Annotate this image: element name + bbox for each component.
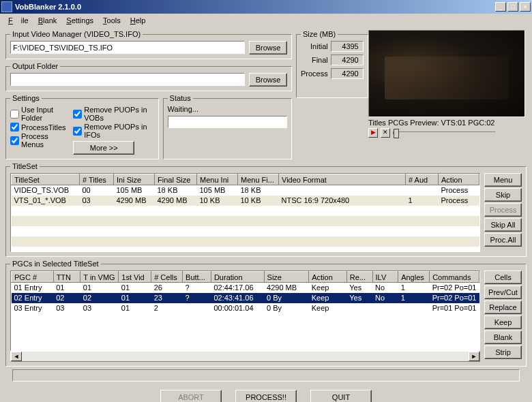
size-group: Size (MB) Initial 4395 Final 4290 Proces… <box>296 30 368 98</box>
input-browse-button[interactable]: Browse <box>249 41 287 55</box>
titleset-group: TitleSet TitleSet# TitlesIni SizeFinal S… <box>5 162 527 257</box>
maximize-button[interactable]: □ <box>507 2 518 12</box>
column-header[interactable]: Action <box>439 174 479 185</box>
column-header[interactable]: Final Size <box>155 174 197 185</box>
pgcs-cells-button[interactable]: Cells <box>484 270 522 284</box>
status-legend: Status <box>168 94 193 102</box>
column-header[interactable]: Commands <box>430 272 479 283</box>
preview-play-button[interactable]: ▶ <box>368 128 378 138</box>
titleset-skipall-button[interactable]: Skip All <box>484 218 522 232</box>
table-row[interactable]: 02 Entry02020123?02:43:41.060 ByKeepYesN… <box>12 293 479 303</box>
minimize-button[interactable]: _ <box>495 2 506 12</box>
column-header[interactable]: Menu Ini <box>197 174 238 185</box>
column-header[interactable]: Angles <box>398 272 430 283</box>
column-header[interactable]: # Aud <box>406 174 439 185</box>
output-folder-legend: Output Folder <box>10 62 60 70</box>
preview-label: Titles PCGs Preview: VTS:01 PGC:02 <box>368 117 527 128</box>
pgcs-table[interactable]: PGC #TTNT in VMG1st Vid# CellsButt...Dur… <box>11 271 479 351</box>
pgcs-blank-button[interactable]: Blank <box>484 330 522 344</box>
menu-bar: File Blank Settings Tools Help <box>0 14 532 27</box>
remove-puops-ifos-checkbox[interactable]: Remove PUOPs in IFOs <box>73 123 153 139</box>
scroll-right-icon[interactable]: ► <box>469 352 479 361</box>
pgcs-keep-button[interactable]: Keep <box>484 315 522 329</box>
size-final-label: Final <box>301 56 328 64</box>
column-header[interactable]: Video Format <box>279 174 406 185</box>
column-header[interactable]: TitleSet <box>12 174 80 185</box>
size-initial-label: Initial <box>301 42 328 50</box>
column-header[interactable]: 1st Vid <box>119 272 151 283</box>
pgcs-group: PGCs in Selected TitleSet PGC #TTNT in V… <box>5 260 527 367</box>
column-header[interactable]: ILV <box>372 272 398 283</box>
output-folder-group: Output Folder Browse <box>5 62 292 91</box>
menu-blank[interactable]: Blank <box>34 15 61 26</box>
titleset-menu-button[interactable]: Menu <box>484 173 522 187</box>
column-header[interactable]: PGC # <box>12 272 54 283</box>
window-title: VobBlanker 2.1.0.0 <box>15 3 494 11</box>
abort-button: ABORT <box>160 390 222 402</box>
column-header[interactable]: Size <box>264 272 309 283</box>
use-input-folder-checkbox[interactable]: Use Input Folder <box>10 106 66 122</box>
pgcs-legend: PGCs in Selected TitleSet <box>10 260 101 268</box>
close-button[interactable]: × <box>520 2 531 12</box>
remove-puops-vobs-checkbox[interactable]: Remove PUOPs in VOBs <box>73 106 153 122</box>
settings-group: Settings Use Input Folder ProcessTitles … <box>5 94 159 159</box>
table-row[interactable]: VIDEO_TS.VOB00105 MB18 KB105 MB18 KBProc… <box>12 185 479 196</box>
status-bar <box>12 369 520 382</box>
menu-file[interactable]: File <box>4 15 33 26</box>
menu-settings[interactable]: Settings <box>62 15 98 26</box>
column-header[interactable]: Action <box>309 272 347 283</box>
column-header[interactable]: Butt... <box>183 272 211 283</box>
titleset-table[interactable]: TitleSet# TitlesIni SizeFinal SizeMenu I… <box>11 174 479 257</box>
title-bar: VobBlanker 2.1.0.0 _ □ × <box>0 0 532 14</box>
quit-button[interactable]: QUIT <box>310 390 372 402</box>
table-row[interactable]: 01 Entry01010126?02:44:17.064290 MBKeepY… <box>12 283 479 293</box>
size-process-label: Process <box>301 69 328 78</box>
output-folder-field[interactable] <box>10 73 245 86</box>
column-header[interactable]: Menu Fi... <box>238 174 279 185</box>
scroll-left-icon[interactable]: ◄ <box>11 352 22 361</box>
column-header[interactable]: T in VMG <box>80 272 119 283</box>
preview-slider[interactable] <box>393 132 495 134</box>
process-titles-checkbox[interactable]: ProcessTitles <box>10 123 66 132</box>
size-process-value: 4290 <box>331 68 364 79</box>
column-header[interactable]: Duration <box>211 272 264 283</box>
output-browse-button[interactable]: Browse <box>249 73 287 87</box>
preview-frame <box>368 30 525 117</box>
pgcs-hscrollbar[interactable]: ◄ ► <box>10 351 480 362</box>
size-initial-value: 4395 <box>331 41 364 52</box>
pgcs-prevcut-button[interactable]: Prev/Cut <box>484 285 522 299</box>
column-header[interactable]: Ini Size <box>114 174 155 185</box>
column-header[interactable]: # Cells <box>151 272 183 283</box>
menu-help[interactable]: Help <box>126 15 150 26</box>
size-legend: Size (MB) <box>301 30 338 38</box>
pgcs-strip-button[interactable]: Strip <box>484 345 522 359</box>
table-row[interactable]: 03 Entry030301200:00:01.040 ByKeepPr=01 … <box>12 303 479 313</box>
process-button[interactable]: PROCESS!! <box>235 390 297 402</box>
settings-legend: Settings <box>10 94 42 102</box>
status-text: Waiting... <box>168 105 287 113</box>
more-settings-button[interactable]: More >> <box>73 141 134 155</box>
titleset-procall-button[interactable]: Proc.All <box>484 233 522 247</box>
pgcs-replace-button[interactable]: Replace <box>484 300 522 314</box>
process-menus-checkbox[interactable]: Process Menus <box>10 132 66 149</box>
titleset-process-button: Process <box>484 203 522 217</box>
menu-tools[interactable]: Tools <box>99 15 125 26</box>
titleset-skip-button[interactable]: Skip <box>484 188 522 202</box>
preview-stop-button[interactable]: ✕ <box>381 128 390 138</box>
column-header[interactable]: Re... <box>346 272 372 283</box>
table-row[interactable]: VTS_01_*.VOB034290 MB4290 MB10 KB10 KBNT… <box>12 196 479 206</box>
progress-bar <box>168 116 287 128</box>
column-header[interactable]: # Titles <box>80 174 114 185</box>
input-video-group: Input Video Manager (VIDEO_TS.IFO) Brows… <box>5 30 292 59</box>
input-video-field[interactable] <box>10 41 245 54</box>
titleset-legend: TitleSet <box>10 162 40 170</box>
size-final-value: 4290 <box>331 55 364 65</box>
input-video-legend: Input Video Manager (VIDEO_TS.IFO) <box>10 30 143 38</box>
column-header[interactable]: TTN <box>53 272 80 283</box>
app-icon <box>1 1 12 12</box>
status-group: Status Waiting... <box>163 94 292 159</box>
